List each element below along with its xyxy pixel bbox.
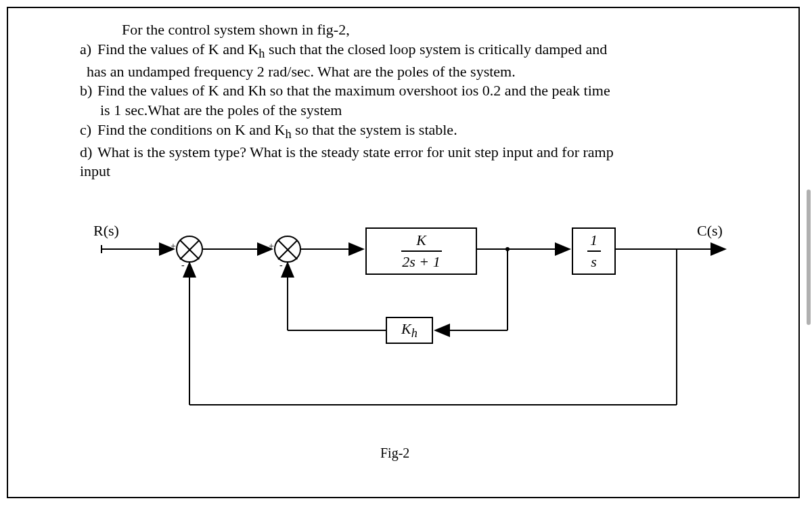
feedback-block-kh: Kh xyxy=(386,317,433,344)
figure-caption: Fig-2 xyxy=(380,445,409,461)
forward-block-2: 1 s xyxy=(572,227,616,275)
output-label: C(s) xyxy=(697,222,723,240)
item-a-line2: has an undamped frequency 2 rad/sec. Wha… xyxy=(87,62,744,82)
svg-point-13 xyxy=(505,247,510,251)
item-d-line2: input xyxy=(80,162,744,181)
item-b-line2: is 1 sec.What are the poles of the syste… xyxy=(100,101,744,120)
item-d: d)What is the system type? What is the s… xyxy=(80,143,744,162)
question-text: For the control system shown in fig-2, a… xyxy=(68,20,744,181)
summing-junction-1: + - xyxy=(176,236,203,263)
block-diagram: R(s) C(s) + - + - K 2s + 1 1 s Kh Fig-2 xyxy=(68,208,744,466)
summing-junction-2: + - xyxy=(274,236,301,263)
intro-line: For the control system shown in fig-2, xyxy=(122,20,744,40)
forward-block-1: K 2s + 1 xyxy=(365,227,477,275)
input-label: R(s) xyxy=(93,222,119,240)
scrollbar[interactable] xyxy=(807,190,811,325)
item-c: c)Find the conditions on K and Kh so tha… xyxy=(80,120,744,143)
item-b: b)Find the values of K and Kh so that th… xyxy=(80,81,744,101)
item-a: a)Find the values of K and Kh such that … xyxy=(80,40,744,62)
